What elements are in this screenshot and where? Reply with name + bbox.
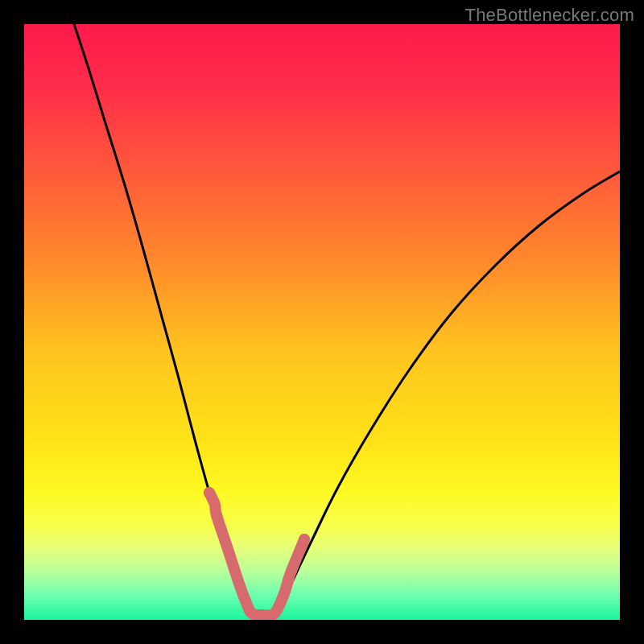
marker-dot-1: [211, 510, 222, 521]
marker-dot-4: [299, 534, 310, 545]
curves-layer: [24, 24, 620, 620]
marker-dot-3: [286, 565, 297, 576]
watermark-label: TheBottlenecker.com: [465, 5, 634, 26]
chart-frame: TheBottlenecker.com: [0, 0, 644, 644]
marker-dot-0: [204, 487, 215, 498]
series-right-curve-black: [278, 171, 620, 616]
marker-dot-2: [283, 575, 294, 586]
plot-area: [24, 24, 620, 620]
series-valley-pink: [209, 493, 304, 616]
